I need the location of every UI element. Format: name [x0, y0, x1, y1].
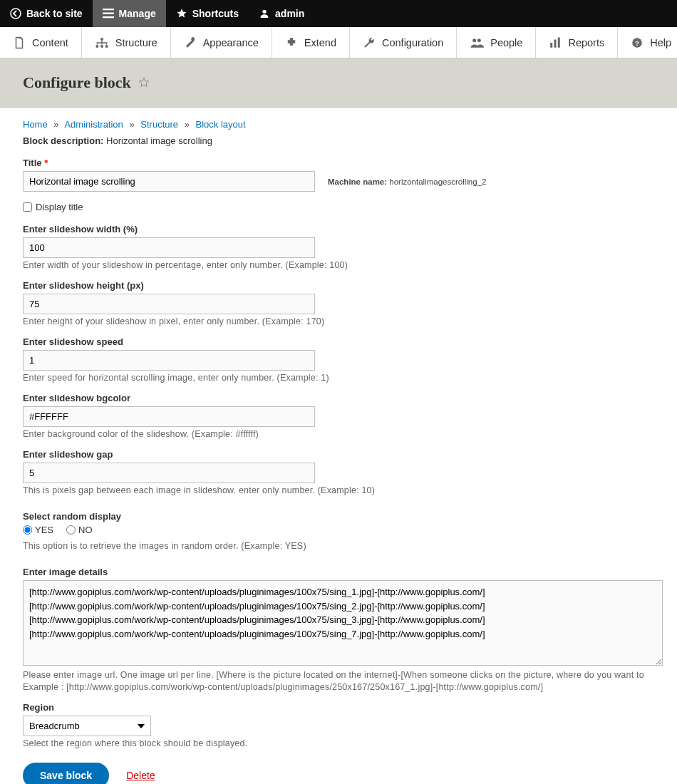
menu-structure-label: Structure — [115, 37, 157, 48]
gap-input[interactable] — [23, 463, 315, 483]
menu-reports[interactable]: Reports — [536, 27, 618, 58]
manage-label: Manage — [119, 8, 156, 19]
crumb-structure[interactable]: Structure — [140, 119, 178, 130]
menu-people[interactable]: People — [457, 27, 536, 58]
svg-rect-14 — [558, 37, 560, 47]
bgcolor-help: Enter background color of the slideshow.… — [23, 429, 654, 439]
display-title-row: Display title — [23, 202, 654, 212]
svg-text:?: ? — [635, 38, 639, 46]
region-select[interactable]: Breadcrumb — [23, 716, 151, 736]
svg-point-7 — [100, 44, 103, 47]
structure-icon — [95, 36, 109, 49]
details-label: Enter image details — [23, 567, 654, 577]
breadcrumb: Home » Administration » Structure » Bloc… — [23, 119, 654, 130]
menu-content-label: Content — [32, 37, 68, 48]
field-title: Title * Machine name: horizontalimagescr… — [23, 158, 654, 192]
page-header: Configure block — [0, 58, 677, 108]
machine-name: Machine name: horizontalimagescrolling_2 — [328, 177, 486, 186]
height-label: Enter slideshow height (px) — [23, 280, 654, 291]
field-bgcolor: Enter slideshow bgcolor Enter background… — [23, 393, 654, 439]
content-icon — [13, 36, 26, 49]
crumb-block[interactable]: Block layout — [196, 119, 246, 130]
random-yes-radio[interactable] — [23, 525, 32, 535]
svg-point-11 — [477, 38, 481, 42]
wrench-icon — [363, 36, 376, 49]
menu-appearance-label: Appearance — [203, 37, 259, 48]
menu-extend[interactable]: Extend — [272, 27, 350, 58]
menu-help-label: Help — [650, 37, 671, 48]
manage-toggle[interactable]: Manage — [93, 0, 166, 27]
menu-appearance[interactable]: Appearance — [171, 27, 272, 58]
svg-rect-2 — [103, 13, 114, 14]
width-label: Enter slideshow width (%) — [23, 224, 654, 234]
save-button[interactable]: Save block — [23, 763, 109, 784]
shortcuts-toggle[interactable]: Shortcuts — [166, 0, 249, 27]
menu-configuration-label: Configuration — [382, 37, 443, 48]
block-description: Block description: Horizontal image scro… — [23, 135, 654, 146]
width-input[interactable] — [23, 237, 315, 258]
random-label: Select random display — [23, 511, 654, 522]
svg-rect-13 — [554, 39, 557, 47]
gap-help: This is pixels gap between each image in… — [23, 485, 654, 495]
details-textarea[interactable] — [23, 580, 663, 666]
height-help: Enter height of your slideshow in pixel,… — [23, 316, 654, 326]
field-gap: Enter slideshow gap This is pixels gap b… — [23, 449, 654, 495]
svg-point-10 — [472, 38, 476, 42]
svg-rect-3 — [103, 16, 114, 18]
random-no-radio[interactable] — [66, 525, 76, 535]
speed-label: Enter slideshow speed — [23, 336, 654, 347]
region-help: Select the region where this block shoul… — [23, 738, 654, 748]
display-title-label: Display title — [36, 202, 83, 212]
crumb-admin[interactable]: Administration — [64, 119, 123, 130]
field-height: Enter slideshow height (px) Enter height… — [23, 280, 654, 326]
user-label: admin — [275, 8, 304, 19]
svg-point-8 — [105, 44, 108, 47]
back-label: Back to site — [26, 8, 83, 19]
page-title: Configure block — [23, 73, 131, 92]
title-input[interactable] — [23, 171, 315, 192]
display-title-checkbox[interactable] — [23, 202, 32, 212]
admin-menu: Content Structure Appearance Extend Conf… — [0, 27, 677, 58]
menu-people-label: People — [490, 37, 522, 48]
menu-content[interactable]: Content — [0, 27, 82, 58]
random-no-option[interactable]: NO — [66, 525, 93, 535]
back-to-site[interactable]: Back to site — [0, 0, 93, 27]
svg-point-4 — [262, 10, 266, 14]
favorite-star-icon[interactable] — [138, 77, 150, 88]
height-input[interactable] — [23, 294, 315, 314]
title-label: Title * — [23, 158, 654, 168]
svg-point-6 — [95, 44, 98, 47]
random-help: This option is to retrieve the images in… — [23, 541, 654, 551]
menu-structure[interactable]: Structure — [82, 27, 171, 58]
menu-configuration[interactable]: Configuration — [350, 27, 457, 58]
form-actions: Save block Delete — [23, 763, 654, 784]
shortcuts-label: Shortcuts — [192, 8, 239, 19]
extend-icon — [285, 36, 298, 49]
bgcolor-input[interactable] — [23, 406, 315, 427]
bgcolor-label: Enter slideshow bgcolor — [23, 393, 654, 403]
speed-help: Enter speed for horizontal scrolling ima… — [23, 373, 654, 383]
svg-point-5 — [100, 37, 103, 40]
reports-icon — [549, 36, 562, 49]
user-icon — [259, 8, 270, 19]
menu-help[interactable]: ? Help — [618, 27, 677, 58]
field-width: Enter slideshow width (%) Enter width of… — [23, 224, 654, 270]
help-icon: ? — [631, 36, 644, 49]
menu-extend-label: Extend — [304, 37, 336, 48]
field-speed: Enter slideshow speed Enter speed for ho… — [23, 336, 654, 383]
random-yes-option[interactable]: YES — [23, 525, 53, 535]
content-region: Home » Administration » Structure » Bloc… — [0, 108, 677, 784]
crumb-home[interactable]: Home — [23, 119, 48, 130]
svg-rect-1 — [103, 9, 114, 10]
hamburger-icon — [103, 9, 114, 19]
details-help1: Please enter image url. One image url pe… — [23, 670, 654, 680]
width-help: Enter width of your slideshow in percent… — [23, 260, 654, 270]
arrow-left-icon — [10, 8, 21, 19]
delete-link[interactable]: Delete — [126, 770, 155, 781]
svg-point-0 — [11, 9, 21, 19]
user-menu[interactable]: admin — [249, 0, 314, 27]
speed-input[interactable] — [23, 350, 315, 371]
toolbar: Back to site Manage Shortcuts admin — [0, 0, 677, 27]
details-help2: Example : [http://www.gopiplus.com/work/… — [23, 682, 654, 692]
field-random: Select random display YES NO This option… — [23, 511, 654, 551]
